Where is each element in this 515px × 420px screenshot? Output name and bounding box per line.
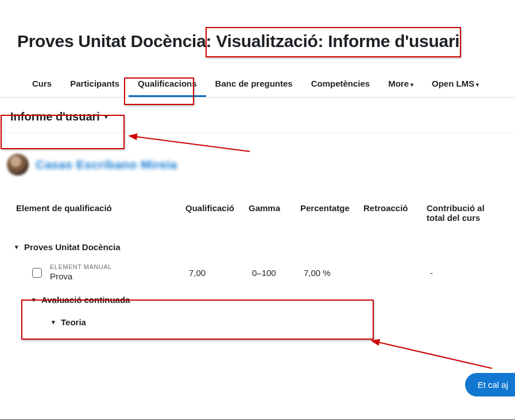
user-name-link[interactable]: Casas Escribano Mireia (36, 158, 177, 172)
tab-label: Competències (311, 79, 370, 88)
tab-label: Open LMS (432, 79, 474, 88)
col-contribucio: Contribució al total del curs (425, 197, 500, 235)
cell-range: 0–100 (247, 258, 299, 288)
grade-item-row: ELEMENT MANUAL Prova 7,00 0–100 7,00 % - (15, 258, 500, 288)
category-row-sub1: ▾ Avaluació continuada (15, 288, 500, 310)
chevron-down-icon: ▾ (15, 243, 18, 251)
report-selector-row: Informe d'usuari ▾ (0, 98, 515, 133)
tab-qualificacions[interactable]: Qualificacions (129, 73, 206, 97)
tab-competencies[interactable]: Competències (302, 73, 380, 97)
grades-table-wrap: Element de qualificació Qualificació Gam… (0, 187, 515, 333)
page-title-suffix: Visualització: Informe d'usuari (216, 32, 459, 50)
tab-more[interactable]: More▾ (379, 73, 423, 97)
cell-feedback (362, 258, 425, 288)
col-retroaccio: Retroacció (362, 197, 425, 235)
col-qualificacio: Qualificació (184, 197, 247, 235)
chevron-down-icon: ▾ (32, 296, 36, 304)
cell-grade: 7,00 (184, 258, 247, 288)
cell-contribution: - (425, 258, 500, 288)
category-name: Avaluació continuada (41, 295, 130, 305)
category-name: Teoria (61, 317, 86, 327)
tab-label: Qualificacions (138, 79, 197, 88)
tab-label: Curs (32, 79, 52, 88)
avatar (7, 154, 29, 176)
chevron-down-icon: ▾ (104, 113, 108, 120)
annotation-arrow (374, 339, 495, 373)
page-title-prefix: Proves Unitat Docència: (17, 32, 216, 50)
item-meta: ELEMENT MANUAL Prova (50, 263, 112, 282)
tab-label: Participants (70, 79, 119, 88)
chevron-down-icon: ▾ (52, 318, 55, 326)
tab-label: Banc de preguntes (215, 79, 293, 88)
cell-percentage: 7,00 % (299, 258, 362, 288)
help-pill[interactable]: Et cal aj (465, 373, 515, 396)
report-selector[interactable]: Informe d'usuari ▾ (6, 108, 113, 126)
course-tabs: Curs Participants Qualificacions Banc de… (0, 51, 515, 98)
col-element: Element de qualificació (15, 197, 184, 235)
item-name: Prova (50, 271, 112, 282)
col-percentatge: Percentatge (299, 197, 362, 235)
category-toggle[interactable]: ▾ Teoria (52, 317, 86, 327)
tab-banc-de-preguntes[interactable]: Banc de preguntes (206, 73, 302, 97)
user-header: Casas Escribano Mireia (0, 133, 515, 187)
category-toggle[interactable]: ▾ Avaluació continuada (32, 295, 130, 305)
col-gamma: Gamma (247, 197, 299, 235)
category-name: Proves Unitat Docència (24, 242, 121, 252)
report-selector-label: Informe d'usuari (10, 110, 100, 123)
item-type-label: ELEMENT MANUAL (50, 263, 112, 271)
tab-curs[interactable]: Curs (23, 73, 61, 97)
item-checkbox[interactable] (32, 268, 42, 278)
table-header-row: Element de qualificació Qualificació Gam… (15, 197, 500, 235)
tab-open-lms[interactable]: Open LMS▾ (423, 73, 488, 97)
chevron-down-icon: ▾ (476, 81, 479, 88)
category-row-sub2: ▾ Teoria (15, 310, 500, 333)
tab-label: More (388, 79, 409, 88)
chevron-down-icon: ▾ (411, 81, 413, 88)
category-row-root: ▾ Proves Unitat Docència (15, 235, 500, 258)
category-toggle[interactable]: ▾ Proves Unitat Docència (15, 242, 121, 252)
page-title: Proves Unitat Docència: Visualització: I… (0, 0, 515, 51)
tab-participants[interactable]: Participants (61, 73, 129, 97)
grades-table: Element de qualificació Qualificació Gam… (15, 197, 500, 333)
svg-line-1 (377, 342, 492, 368)
